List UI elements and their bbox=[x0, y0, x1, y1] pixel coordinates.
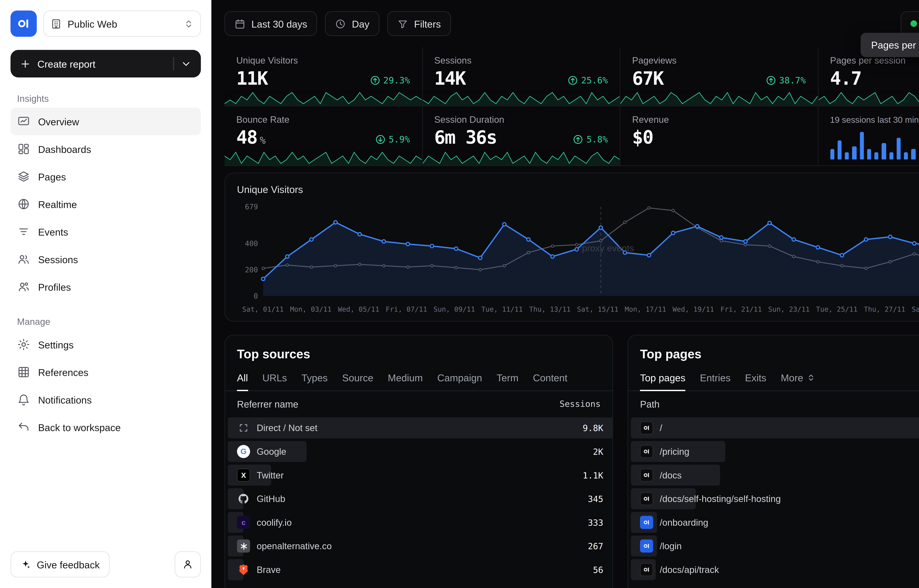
metric-tooltip: Pages per session: 4.73 bbox=[861, 33, 919, 57]
table-row-twitter[interactable]: XTwitter1.1K bbox=[225, 463, 612, 487]
row-name: Brave bbox=[257, 564, 586, 575]
interval-label: Day bbox=[352, 18, 370, 29]
tab-source[interactable]: Source bbox=[342, 368, 373, 391]
x-axis-label: Sun, 09/11 bbox=[433, 305, 475, 313]
tab-exits[interactable]: Exits bbox=[745, 368, 766, 391]
top-sources-table-header: Referrer name Sessions bbox=[225, 391, 612, 416]
table-row-docs-self-hosting-self-hosting[interactable]: /docs/self-hosting/self-hosting1.3K bbox=[628, 487, 919, 510]
tab-campaign[interactable]: Campaign bbox=[437, 368, 482, 391]
table-row-coolify-io[interactable]: ccoolify.io333 bbox=[225, 510, 612, 534]
tab-types[interactable]: Types bbox=[301, 368, 328, 391]
date-range-button[interactable]: Last 30 days bbox=[225, 11, 317, 36]
metric-value: $0 bbox=[632, 128, 653, 147]
filter-icon bbox=[397, 18, 408, 29]
table-row-login[interactable]: /login525 bbox=[628, 534, 919, 558]
profile-button[interactable] bbox=[174, 551, 201, 578]
sidebar-item-label: Profiles bbox=[38, 281, 71, 292]
x-axis-label: Sun, 23/11 bbox=[768, 305, 810, 313]
sidebar-item-back-to-workspace[interactable]: Back to workspace bbox=[10, 414, 201, 441]
tab-entries[interactable]: Entries bbox=[700, 368, 731, 391]
x-axis-label: Mon, 03/11 bbox=[290, 305, 331, 313]
x-axis-label: Wed, 19/11 bbox=[672, 305, 714, 313]
sidebar-item-label: Pages bbox=[38, 171, 66, 182]
sidebar-item-notifications[interactable]: Notifications bbox=[10, 386, 201, 414]
top-sources-tabs: AllURLsTypesSourceMediumCampaignTermCont… bbox=[225, 368, 612, 391]
openpanel-logo[interactable] bbox=[10, 10, 37, 37]
trend-up-icon bbox=[766, 75, 776, 85]
interval-button[interactable]: Day bbox=[325, 11, 379, 36]
sidebar-item-realtime[interactable]: Realtime bbox=[10, 191, 201, 218]
x-axis-label: Sat, 15/11 bbox=[577, 305, 619, 313]
table-row-docs-api-track[interactable]: /docs/api/track510 bbox=[628, 558, 919, 582]
tab-more[interactable]: More bbox=[781, 368, 815, 391]
metric-card-bounce-rate[interactable]: Bounce Rate48%5.9% bbox=[225, 107, 422, 165]
row-name: Twitter bbox=[257, 470, 576, 480]
x-axis-label: Fri, 21/11 bbox=[720, 305, 762, 313]
metric-change-badge: 5.9% bbox=[376, 134, 410, 145]
metric-card-19-sessions-last-30-min[interactable]: 19 sessions last 30 min1 bbox=[818, 107, 919, 165]
metric-change-badge: 25.6% bbox=[568, 75, 608, 86]
live-visitors-button[interactable]: 11 bbox=[901, 11, 919, 36]
tab-top-pages[interactable]: Top pages bbox=[640, 368, 685, 391]
openpanel-favicon bbox=[640, 540, 653, 552]
row-name: /pricing bbox=[660, 446, 919, 457]
openpanel-favicon bbox=[640, 563, 653, 576]
chevron-down-icon bbox=[181, 58, 192, 69]
sidebar-item-overview[interactable]: Overview bbox=[10, 108, 201, 135]
table-row-onboarding[interactable]: /onboarding533 bbox=[628, 510, 919, 534]
plus-icon bbox=[20, 58, 31, 69]
events-icon bbox=[17, 225, 30, 238]
table-row-[interactable]: /7.8K bbox=[628, 416, 919, 440]
tab-medium[interactable]: Medium bbox=[388, 368, 423, 391]
x-axis-label: Sat, 29/11 bbox=[912, 305, 919, 313]
create-report-button[interactable]: Create report bbox=[10, 50, 201, 78]
updown-icon bbox=[806, 373, 815, 382]
metric-card-sessions[interactable]: Sessions14K25.6% bbox=[422, 47, 620, 106]
table-row-google[interactable]: GGoogle2K bbox=[225, 440, 612, 464]
table-row-github[interactable]: GitHub345 bbox=[225, 487, 612, 510]
tab-term[interactable]: Term bbox=[497, 368, 518, 391]
table-row-openalternative-co[interactable]: openalternative.co267 bbox=[225, 534, 612, 558]
sidebar-item-profiles[interactable]: Profiles bbox=[10, 273, 201, 300]
workspace-selector[interactable]: Public Web bbox=[44, 10, 201, 37]
chart-x-axis: Sat, 01/11Mon, 03/11Wed, 05/11Fri, 07/11… bbox=[242, 305, 919, 313]
metric-sparkline bbox=[422, 148, 620, 165]
metric-card-unique-visitors[interactable]: Unique Visitors11K29.3% bbox=[225, 47, 422, 106]
trend-down-icon bbox=[376, 134, 385, 144]
sidebar-item-dashboards[interactable]: Dashboards bbox=[10, 135, 201, 163]
metric-title: Pageviews bbox=[632, 55, 806, 66]
give-feedback-button[interactable]: Give feedback bbox=[10, 551, 110, 578]
sidebar-item-events[interactable]: Events bbox=[10, 218, 201, 246]
row-value: 9.8K bbox=[583, 423, 603, 433]
tab-urls[interactable]: URLs bbox=[262, 368, 287, 391]
table-row-pricing[interactable]: /pricing1.9K bbox=[628, 440, 919, 464]
metric-card-pageviews[interactable]: Pageviews67K38.7% bbox=[620, 47, 818, 106]
live-sessions-title: 19 sessions last 30 min bbox=[830, 115, 919, 124]
metric-title: Bounce Rate bbox=[236, 114, 410, 124]
filters-label: Filters bbox=[414, 18, 441, 29]
openalternative-icon bbox=[237, 540, 250, 552]
sidebar-item-sessions[interactable]: Sessions bbox=[10, 246, 201, 273]
tab-all[interactable]: All bbox=[237, 368, 248, 391]
chart-title: Unique Visitors bbox=[237, 184, 919, 195]
table-row-docs[interactable]: /docs1.8K bbox=[628, 463, 919, 487]
table-row-brave[interactable]: Brave56 bbox=[225, 558, 612, 582]
app-window: Public Web Create report InsightsOvervie… bbox=[0, 0, 919, 588]
bottom-panels: Top sources AllURLsTypesSourceMediumCamp… bbox=[225, 334, 919, 588]
top-pages-table: /7.8K/pricing1.9K/docs1.8K/docs/self-hos… bbox=[628, 416, 919, 582]
filters-button[interactable]: Filters bbox=[387, 11, 451, 36]
sidebar-item-pages[interactable]: Pages bbox=[10, 163, 201, 191]
metric-value: 48% bbox=[236, 128, 266, 147]
tab-content[interactable]: Content bbox=[533, 368, 567, 391]
sidebar-item-settings[interactable]: Settings bbox=[10, 331, 201, 358]
sidebar-item-references[interactable]: References bbox=[10, 358, 201, 386]
row-name: /docs bbox=[660, 470, 919, 480]
metric-card-session-duration[interactable]: Session Duration6m 36s5.8% bbox=[422, 107, 620, 165]
table-row-direct-not-set[interactable]: Direct / Not set9.8K bbox=[225, 416, 612, 440]
visitors-line-chart[interactable]: 6794002000 bbox=[237, 201, 919, 300]
metric-card-revenue[interactable]: Revenue$0 bbox=[620, 107, 818, 165]
row-value: 2K bbox=[593, 446, 603, 456]
sessions-icon bbox=[17, 253, 30, 266]
top-sources-table: Direct / Not set9.8KGGoogle2KXTwitter1.1… bbox=[225, 416, 612, 582]
toolbar: Last 30 days Day Filters 11 Public bbox=[225, 0, 919, 47]
